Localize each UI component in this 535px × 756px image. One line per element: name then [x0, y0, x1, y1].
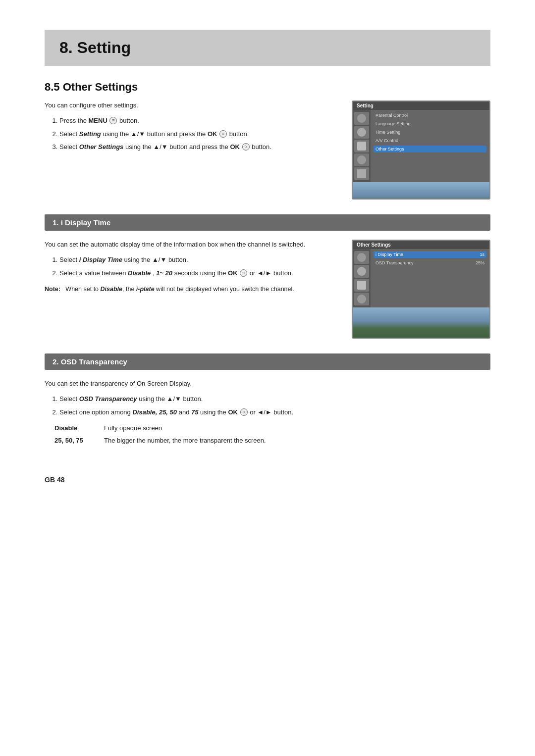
- options-label: Disable, 25, 50: [132, 408, 177, 416]
- subsection-1-intro: You can set the automatic display time o…: [45, 240, 337, 250]
- option-75: 75: [191, 408, 198, 416]
- subsection-1-header: 1. i Display Time: [45, 214, 490, 231]
- s2-step-2: Select one option among Disable, 25, 50 …: [59, 407, 490, 418]
- page-container: 8. Setting 8.5 Other Settings You can co…: [0, 0, 535, 513]
- def-row-numbers: 25, 50, 75 The bigger the number, the mo…: [54, 436, 490, 446]
- main-content-left: You can configure other settings. Press …: [45, 101, 337, 158]
- tv-icon-2-1: [354, 251, 369, 264]
- tv-menu-osd: OSD Transparency25%: [374, 259, 486, 266]
- tv-landscape-1: [353, 182, 489, 200]
- tv-menu-list-2: i Display Time1s OSD Transparency25%: [371, 249, 489, 307]
- ok-label-1: OK: [208, 130, 217, 138]
- tv-menu-other: Other Settings: [374, 146, 486, 152]
- screenshot-2: Other Settings i Display Time1s OSD Tra: [352, 240, 490, 339]
- tv-menu-language: Language Setting: [374, 120, 486, 127]
- i-display-time-label: i Display Time: [79, 256, 122, 263]
- note-block: Note: When set to Disable, the i-plate w…: [45, 284, 337, 294]
- tv-landscape-2: [353, 307, 489, 339]
- ok-icon-2: ○: [242, 143, 250, 151]
- def-row-disable: Disable Fully opaque screen: [54, 423, 490, 434]
- ok-icon-4: ○: [240, 408, 248, 416]
- subsection-title: 8.5 Other Settings: [45, 81, 490, 94]
- tv-icon-1: [354, 112, 369, 125]
- s1-step-2: Select a value between Disable , 1~ 20 s…: [59, 268, 337, 279]
- tv-icon-2: [354, 126, 369, 139]
- tv-icons-col-2: [353, 249, 371, 307]
- subsection-1-left: You can set the automatic display time o…: [45, 240, 337, 294]
- section-header: 8. Setting: [45, 30, 490, 66]
- i-plate-label: i-plate: [136, 286, 155, 293]
- s1-step-1: Select i Display Time using the ▲/▼ butt…: [59, 255, 337, 265]
- subsection-1-steps: Select i Display Time using the ▲/▼ butt…: [59, 255, 337, 279]
- tv-icon-4: [354, 153, 369, 166]
- tv-menu-parental: Parental Control: [374, 112, 486, 119]
- step-3: Select Other Settings using the ▲/▼ butt…: [59, 142, 337, 152]
- page-number: GB 48: [45, 476, 64, 484]
- def-val-numbers: The bigger the number, the more transpar…: [104, 436, 266, 446]
- tv-screenshot-1: Setting Parental Control Language Settin…: [352, 101, 490, 200]
- tv-menu-area-1: Parental Control Language Setting Time S…: [353, 110, 489, 182]
- def-val-disable: Fully opaque screen: [104, 423, 162, 434]
- ok-label-4: OK: [228, 408, 238, 416]
- tv-menu-idisplay: i Display Time1s: [374, 251, 486, 258]
- tv-title-bar-2: Other Settings: [353, 241, 489, 249]
- tv-icon-3: [354, 140, 369, 152]
- tv-menu-area-2: i Display Time1s OSD Transparency25%: [353, 249, 489, 307]
- tv-icon-5: [354, 167, 369, 180]
- subsection-title-text: Other Settings: [63, 81, 138, 93]
- disable-note: Disable: [101, 286, 122, 293]
- subsection-number: 8.5: [45, 81, 60, 93]
- other-settings-label: Other Settings: [79, 143, 124, 151]
- step-2: Select Setting using the ▲/▼ button and …: [59, 129, 337, 140]
- def-key-disable: Disable: [54, 423, 94, 434]
- tv-menu-av: A/V Control: [374, 137, 486, 144]
- subsection-1-row: You can set the automatic display time o…: [45, 240, 490, 339]
- tv-title-bar-1: Setting: [353, 101, 489, 110]
- ok-icon-1: ○: [219, 130, 227, 138]
- tv-icon-2-2: [354, 265, 369, 278]
- tv-icons-col-1: [353, 110, 371, 182]
- definition-table: Disable Fully opaque screen 25, 50, 75 T…: [54, 423, 490, 446]
- main-steps-list: Press the MENU ≡ button. Select Setting …: [59, 116, 337, 152]
- range-label: 1~ 20: [156, 269, 172, 277]
- menu-icon: ≡: [109, 117, 117, 124]
- setting-label: Setting: [79, 130, 101, 138]
- subsection-2-header: 2. OSD Transparency: [45, 353, 490, 370]
- tv-icon-2-3: [354, 279, 369, 292]
- menu-label: MENU: [89, 117, 107, 124]
- osd-transparency-label: OSD Transparency: [79, 395, 137, 403]
- subsection-1-title: i Display Time: [61, 218, 111, 227]
- main-content-row: You can configure other settings. Press …: [45, 101, 490, 200]
- ok-icon-3: ○: [240, 269, 247, 277]
- section-number: 8.: [59, 39, 73, 56]
- step-1: Press the MENU ≡ button.: [59, 116, 337, 126]
- def-key-numbers: 25, 50, 75: [54, 436, 94, 446]
- s2-step-1: Select OSD Transparency using the ▲/▼ bu…: [59, 394, 490, 404]
- section-title: 8. Setting: [59, 39, 476, 57]
- ok-label-3: OK: [228, 269, 238, 277]
- subsection-2-title: OSD Transparency: [61, 357, 127, 366]
- main-intro: You can configure other settings.: [45, 101, 337, 111]
- tv-screenshot-2: Other Settings i Display Time1s OSD Tra: [352, 240, 490, 339]
- tv-menu-list-1: Parental Control Language Setting Time S…: [371, 110, 489, 182]
- subsection-2-number: 2.: [53, 357, 59, 366]
- subsection-1-number: 1.: [53, 218, 59, 227]
- ok-label-2: OK: [230, 143, 240, 151]
- subsection-2-intro: You can set the transparency of On Scree…: [45, 379, 490, 389]
- subsection-2-steps: Select OSD Transparency using the ▲/▼ bu…: [59, 394, 490, 418]
- disable-label-1: Disable: [128, 269, 151, 277]
- note-label: Note:: [45, 286, 60, 293]
- screenshot-1: Setting Parental Control Language Settin…: [352, 101, 490, 200]
- page-footer: GB 48: [45, 476, 490, 484]
- section-title-text: Setting: [77, 39, 131, 56]
- tv-menu-time: Time Setting: [374, 129, 486, 136]
- tv-icon-2-4: [354, 293, 369, 305]
